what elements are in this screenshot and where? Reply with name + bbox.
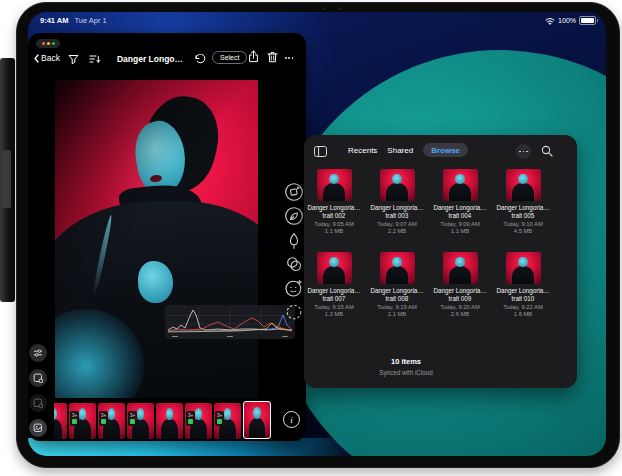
sync-status: Synced with iCloud [326, 369, 486, 376]
filmstrip-thumb[interactable] [54, 403, 67, 439]
file-size: 1.1 MB [432, 228, 488, 235]
file-item[interactable]: Danger Longoria…trait 005 Today, 9:10 AM… [495, 169, 551, 235]
sort-button[interactable] [89, 54, 101, 64]
file-thumbnail [506, 169, 541, 201]
close-dot-icon [42, 42, 45, 45]
edit-badge: 3+ [128, 411, 137, 426]
ml-enhance-button[interactable] [29, 344, 47, 362]
file-date: Today, 9:09 AM [432, 221, 488, 228]
file-size: 1.1 MB [306, 228, 362, 235]
file-date: Today, 9:20 AM [432, 304, 488, 311]
file-name: Danger Longoria…trait 008 [369, 287, 425, 303]
file-size: 2.6 MB [432, 311, 488, 318]
file-date: Today, 9:22 AM [495, 304, 551, 311]
file-thumbnail [506, 252, 541, 284]
file-date: Today, 9:07 AM [369, 221, 425, 228]
ipad-screen: 9:41 AM Tue Apr 1 100% [28, 12, 606, 456]
marketing-scene: 9:41 AM Tue Apr 1 100% [0, 0, 622, 476]
filmstrip-thumb[interactable]: 3+ [127, 403, 154, 439]
filmstrip-thumb[interactable]: 3+ [98, 403, 125, 439]
file-item[interactable]: Danger Longoria…trait 009 Today, 9:20 AM… [432, 252, 488, 318]
edit-badge: 3+ [215, 411, 224, 426]
sidebar-toggle-icon[interactable] [314, 146, 327, 157]
file-date: Today, 9:19 AM [369, 304, 425, 311]
battery-icon [579, 16, 596, 25]
info-button[interactable]: i [283, 411, 300, 428]
more-button[interactable] [285, 57, 293, 59]
share-button[interactable] [248, 50, 259, 63]
file-thumbnail [380, 169, 415, 201]
filmstrip-thumb[interactable] [156, 403, 183, 439]
status-bar-right: 100% [545, 16, 596, 25]
status-time: 9:41 AM [40, 16, 68, 25]
search-icon[interactable] [541, 145, 553, 157]
file-item[interactable]: Danger Longoria…trait 002 Today, 9:05 AM… [306, 169, 362, 235]
edit-badge: 3+ [99, 411, 108, 426]
browser-tabs: Recents Shared Browse [348, 143, 468, 157]
file-thumbnail [443, 252, 478, 284]
file-date: Today, 9:05 AM [306, 221, 362, 228]
file-thumbnail [380, 252, 415, 284]
histogram-panel[interactable] [165, 305, 295, 339]
histogram-toggle-button[interactable] [29, 419, 47, 437]
status-bar-left: 9:41 AM Tue Apr 1 [40, 16, 107, 25]
browser-window: Recents Shared Browse Danger Longoria…tr… [304, 135, 577, 388]
clone-tool-icon[interactable] [283, 253, 305, 275]
selection-tool-icon[interactable] [283, 301, 305, 323]
file-name: Danger Longoria…trait 004 [432, 204, 488, 220]
histogram-tick [282, 336, 288, 338]
file-item[interactable]: Danger Longoria…trait 007 Today, 9:15 AM… [306, 252, 362, 318]
file-name: Danger Longoria…trait 009 [432, 287, 488, 303]
file-item[interactable]: Danger Longoria…trait 010 Today, 9:22 AM… [495, 252, 551, 318]
brush-tool-icon[interactable] [283, 230, 305, 252]
paste-edits-button[interactable] [29, 394, 47, 412]
file-name: Danger Longoria…trait 007 [306, 287, 362, 303]
wifi-icon [545, 17, 555, 25]
browser-more-button[interactable] [516, 144, 531, 159]
back-label: Back [41, 53, 60, 63]
histogram-tick [172, 336, 178, 338]
select-button[interactable]: Select [212, 51, 247, 64]
window-controls[interactable] [36, 39, 60, 48]
tab-recents[interactable]: Recents [348, 146, 377, 155]
file-date: Today, 9:15 AM [306, 304, 362, 311]
file-size: 2.2 MB [369, 228, 425, 235]
tab-browse[interactable]: Browse [423, 143, 468, 157]
filmstrip[interactable]: 3+ 3+ 3+ 3+ 3+ [54, 400, 284, 439]
edit-badge: 3+ [70, 411, 79, 426]
back-chevron-icon [34, 54, 39, 63]
retouch-tool-icon[interactable] [283, 277, 305, 299]
filmstrip-thumb[interactable]: 3+ [214, 403, 241, 439]
filmstrip-thumb[interactable]: 3+ [69, 403, 96, 439]
file-name: Danger Longoria…trait 010 [495, 287, 551, 303]
filter-button[interactable] [68, 54, 79, 65]
adjacent-device-edge [0, 58, 15, 302]
back-button[interactable]: Back [34, 53, 60, 63]
portrait-corner-shadow [55, 80, 258, 398]
crop-straighten-tool-icon[interactable] [283, 181, 305, 203]
undo-button[interactable] [194, 54, 206, 64]
file-item[interactable]: Danger Longoria…trait 003 Today, 9:07 AM… [369, 169, 425, 235]
tab-shared[interactable]: Shared [387, 146, 413, 155]
histogram-chart [168, 307, 292, 333]
battery-percent: 100% [558, 17, 576, 24]
file-thumbnail [317, 169, 352, 201]
editor-window: Back Danger Longo… Select [28, 33, 306, 441]
document-title: Danger Longo… [102, 54, 198, 64]
histogram-tick [227, 336, 233, 338]
file-item[interactable]: Danger Longoria…trait 004 Today, 9:09 AM… [432, 169, 488, 235]
filmstrip-thumb-selected[interactable] [243, 401, 271, 439]
copy-edits-button[interactable] [29, 369, 47, 387]
file-name: Danger Longoria…trait 005 [495, 204, 551, 220]
file-size: 1.2 MB [306, 311, 362, 318]
file-item[interactable]: Danger Longoria…trait 008 Today, 9:19 AM… [369, 252, 425, 318]
trash-button[interactable] [267, 51, 278, 63]
photo-canvas[interactable] [55, 80, 258, 398]
file-size: 1.6 MB [495, 311, 551, 318]
repair-tool-icon[interactable] [283, 205, 305, 227]
file-name: Danger Longoria…trait 002 [306, 204, 362, 220]
filmstrip-thumb[interactable]: 3+ [185, 403, 212, 439]
file-size: 2.1 MB [369, 311, 425, 318]
edit-badge: 3+ [186, 411, 195, 426]
status-date: Tue Apr 1 [74, 16, 106, 25]
